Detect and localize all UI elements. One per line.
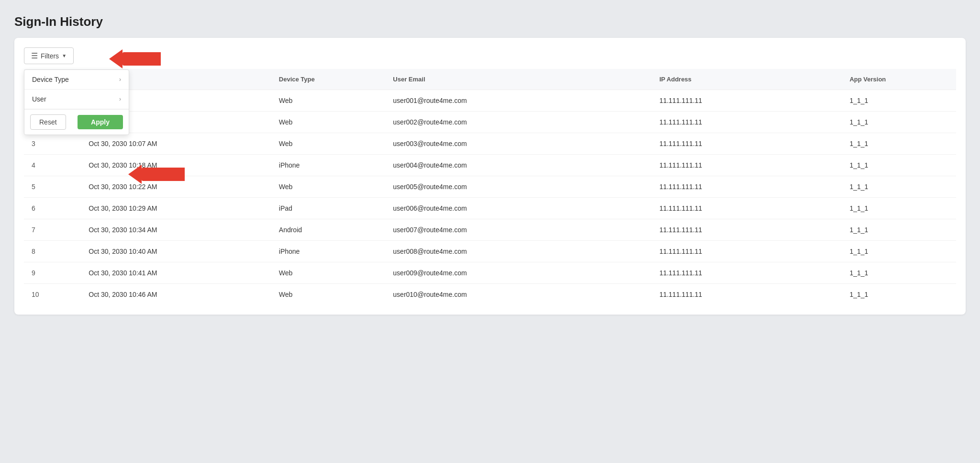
cell-version: 1_1_1 [842,262,956,284]
cell-email: user003@route4me.com [385,133,652,155]
table-row: Web user002@route4me.com 11.111.111.11 1… [24,112,956,133]
table-row: 9 Oct 30, 2030 10:41 AM Web user009@rout… [24,262,956,284]
cell-num: 9 [24,262,81,284]
cell-date: Oct 30, 2030 10:34 AM [81,219,271,241]
dropdown-footer: Reset Apply [24,109,129,135]
cell-version: 1_1_1 [842,112,956,133]
cell-device-type: Web [271,90,386,112]
cell-date: Oct 30, 2030 10:29 AM [81,198,271,219]
filters-button[interactable]: ☰ Filters ▼ [24,47,74,64]
cell-version: 1_1_1 [842,284,956,305]
cell-version: 1_1_1 [842,241,956,262]
table-body: Web user001@route4me.com 11.111.111.11 1… [24,90,956,305]
cell-ip: 11.111.111.11 [652,284,842,305]
arrow-apply-indicator [128,165,185,184]
cell-num: 7 [24,219,81,241]
cell-num: 6 [24,198,81,219]
table-header: Date Device Type User Email IP Address A… [24,69,956,90]
apply-button[interactable]: Apply [78,115,123,129]
cell-ip: 11.111.111.11 [652,90,842,112]
dropdown-item-device-type[interactable]: Device Type › [24,70,129,90]
chevron-down-icon: ▼ [62,53,67,58]
cell-version: 1_1_1 [842,90,956,112]
cell-ip: 11.111.111.11 [652,112,842,133]
cell-date: Oct 30, 2030 10:46 AM [81,284,271,305]
cell-email: user004@route4me.com [385,155,652,176]
cell-device-type: iPad [271,198,386,219]
cell-ip: 11.111.111.11 [652,133,842,155]
filter-icon: ☰ [31,51,38,60]
dropdown-item-device-type-label: Device Type [32,76,69,83]
filters-dropdown: Device Type › User › Reset Apply [24,69,129,135]
cell-num: 8 [24,241,81,262]
cell-email: user002@route4me.com [385,112,652,133]
cell-device-type: Android [271,219,386,241]
cell-device-type: Web [271,133,386,155]
table-row: 3 Oct 30, 2030 10:07 AM Web user003@rout… [24,133,956,155]
page-title: Sign-In History [14,14,966,29]
cell-device-type: Web [271,284,386,305]
cell-email: user007@route4me.com [385,219,652,241]
table-row: 6 Oct 30, 2030 10:29 AM iPad user006@rou… [24,198,956,219]
cell-date: Oct 30, 2030 10:40 AM [81,241,271,262]
cell-version: 1_1_1 [842,133,956,155]
dropdown-item-user-label: User [32,95,46,103]
table-row: 8 Oct 30, 2030 10:40 AM iPhone user008@r… [24,241,956,262]
cell-device-type: Web [271,112,386,133]
arrow-filters-indicator [109,49,161,68]
cell-num: 4 [24,155,81,176]
cell-email: user008@route4me.com [385,241,652,262]
col-header-ip-address: IP Address [652,69,842,90]
reset-button[interactable]: Reset [30,114,66,130]
cell-date: Oct 30, 2030 10:07 AM [81,133,271,155]
cell-num: 10 [24,284,81,305]
cell-num: 3 [24,133,81,155]
col-header-app-version: App Version [842,69,956,90]
cell-device-type: Web [271,262,386,284]
cell-device-type: Web [271,176,386,198]
filters-label: Filters [41,52,59,60]
col-header-device-type: Device Type [271,69,386,90]
cell-version: 1_1_1 [842,198,956,219]
cell-email: user001@route4me.com [385,90,652,112]
toolbar: ☰ Filters ▼ Device Type › User › Reset A… [24,47,956,64]
cell-email: user005@route4me.com [385,176,652,198]
cell-version: 1_1_1 [842,176,956,198]
chevron-right-icon-2: › [119,96,121,102]
cell-ip: 11.111.111.11 [652,176,842,198]
cell-device-type: iPhone [271,155,386,176]
col-header-user-email: User Email [385,69,652,90]
table-row: Web user001@route4me.com 11.111.111.11 1… [24,90,956,112]
cell-version: 1_1_1 [842,155,956,176]
cell-ip: 11.111.111.11 [652,198,842,219]
cell-ip: 11.111.111.11 [652,219,842,241]
cell-email: user006@route4me.com [385,198,652,219]
cell-ip: 11.111.111.11 [652,241,842,262]
chevron-right-icon: › [119,76,121,83]
dropdown-item-user[interactable]: User › [24,90,129,109]
cell-version: 1_1_1 [842,219,956,241]
cell-ip: 11.111.111.11 [652,262,842,284]
main-card: ☰ Filters ▼ Device Type › User › Reset A… [14,38,966,315]
cell-date: Oct 30, 2030 10:41 AM [81,262,271,284]
table-row: 7 Oct 30, 2030 10:34 AM Android user007@… [24,219,956,241]
cell-email: user009@route4me.com [385,262,652,284]
signin-history-table: Date Device Type User Email IP Address A… [24,69,956,305]
cell-device-type: iPhone [271,241,386,262]
table-row: 10 Oct 30, 2030 10:46 AM Web user010@rou… [24,284,956,305]
cell-num: 5 [24,176,81,198]
cell-ip: 11.111.111.11 [652,155,842,176]
cell-email: user010@route4me.com [385,284,652,305]
